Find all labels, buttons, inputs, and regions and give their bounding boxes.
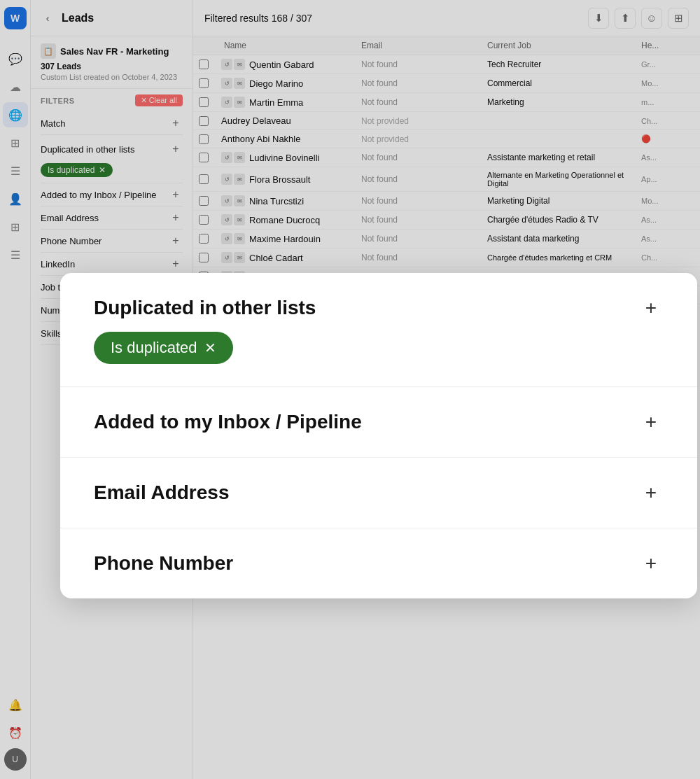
popup-duplicated-add-button[interactable]: +: [638, 295, 664, 321]
popup-section-duplicated: Duplicated in other lists + Is duplicate…: [60, 273, 697, 387]
popup-phone-add-button[interactable]: +: [638, 551, 664, 576]
popup-badge-label: Is duplicated: [111, 339, 197, 357]
popup-badge-remove-button[interactable]: ✕: [204, 341, 216, 355]
popup-section-email: Email Address +: [60, 458, 697, 528]
popup-section-phone-header: Phone Number +: [94, 551, 664, 576]
popup-section-inbox-title: Added to my Inbox / Pipeline: [94, 411, 362, 433]
popup-section-duplicated-title: Duplicated in other lists: [94, 297, 316, 319]
popup-badge-area: Is duplicated ✕: [94, 332, 664, 364]
popup-section-inbox-header: Added to my Inbox / Pipeline +: [94, 409, 664, 435]
popup-card: Duplicated in other lists + Is duplicate…: [60, 273, 697, 598]
popup-section-inbox: Added to my Inbox / Pipeline +: [60, 387, 697, 458]
popup-is-duplicated-badge[interactable]: Is duplicated ✕: [94, 332, 233, 364]
popup-section-duplicated-header: Duplicated in other lists +: [94, 295, 664, 321]
popup-section-email-title: Email Address: [94, 482, 229, 504]
popup-section-phone-title: Phone Number: [94, 552, 233, 575]
popup-inbox-add-button[interactable]: +: [638, 409, 664, 435]
popup-section-email-header: Email Address +: [94, 480, 664, 505]
popup-email-add-button[interactable]: +: [638, 480, 664, 505]
popup-section-phone: Phone Number +: [60, 528, 697, 598]
